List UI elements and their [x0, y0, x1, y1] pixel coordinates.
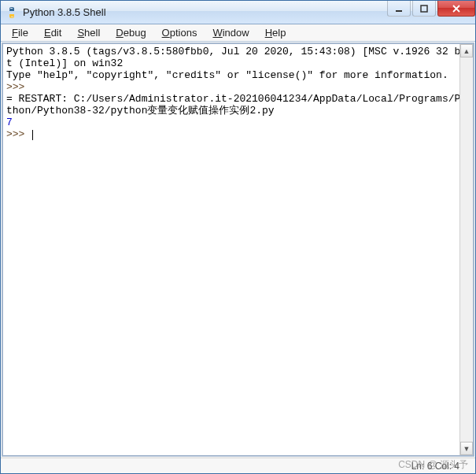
menu-options[interactable]: Options — [154, 25, 205, 40]
prompt: >>> — [6, 81, 24, 93]
banner-line-2: Type "help", "copyright", "credits" or "… — [6, 69, 448, 81]
vertical-scrollbar[interactable]: ▲ ▼ — [459, 44, 473, 455]
window-buttons — [387, 1, 475, 17]
banner-line-1: Python 3.8.5 (tags/v3.8.5:580fbb0, Jul 2… — [6, 46, 467, 69]
menu-debug[interactable]: Debug — [108, 25, 153, 40]
close-button[interactable] — [437, 1, 475, 17]
window-title: Python 3.8.5 Shell — [23, 6, 106, 18]
cursor-position: Ln: 6 Col: 4 — [411, 461, 459, 472]
restart-line: = RESTART: C:/Users/Administrator.it-202… — [6, 93, 467, 117]
maximize-button[interactable] — [412, 1, 436, 17]
editor-frame: Python 3.8.5 (tags/v3.8.5:580fbb0, Jul 2… — [2, 43, 474, 457]
minimize-button[interactable] — [387, 1, 411, 17]
svg-rect-1 — [421, 6, 427, 12]
prompt: >>> — [6, 128, 24, 140]
menu-window[interactable]: Window — [205, 25, 256, 40]
menu-edit[interactable]: Edit — [36, 25, 69, 40]
statusbar: Ln: 6 Col: 4 — [1, 457, 475, 473]
menubar: File Edit Shell Debug Options Window Hel… — [1, 24, 475, 42]
window-root: Python 3.8.5 Shell File Edit Shell Debug… — [0, 0, 476, 474]
console-output[interactable]: Python 3.8.5 (tags/v3.8.5:580fbb0, Jul 2… — [3, 44, 473, 455]
scroll-down-button[interactable]: ▼ — [460, 442, 473, 455]
output-value: 7 — [6, 117, 13, 128]
titlebar[interactable]: Python 3.8.5 Shell — [1, 1, 475, 24]
python-icon — [6, 6, 18, 19]
svg-rect-0 — [396, 10, 402, 12]
menu-help[interactable]: Help — [257, 25, 294, 40]
scroll-track[interactable] — [460, 57, 473, 442]
scroll-up-button[interactable]: ▲ — [460, 44, 473, 57]
menu-file[interactable]: File — [4, 25, 36, 40]
text-cursor — [32, 130, 33, 140]
menu-shell[interactable]: Shell — [69, 25, 108, 40]
